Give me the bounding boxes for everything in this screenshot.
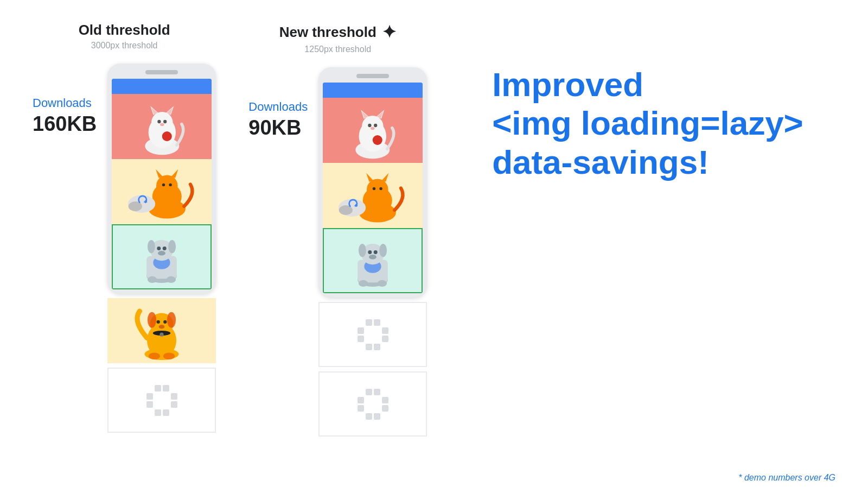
svg-point-38 (167, 312, 176, 328)
hero-line1: Improved (492, 66, 643, 103)
old-cat-yellow-svg (117, 162, 207, 221)
new-threshold-title: New threshold ✦ (279, 22, 397, 42)
hero-line3: data-savings! (492, 143, 709, 181)
svg-point-65 (380, 187, 382, 190)
hero-line2: <img loading=lazy> (492, 104, 803, 142)
old-threshold-header: Old threshold 3000px threshold (79, 22, 170, 50)
old-phone-column (107, 64, 216, 433)
svg-point-28 (168, 240, 176, 253)
old-phone (107, 64, 216, 294)
old-threshold-subtitle: 3000px threshold (79, 41, 170, 50)
old-downloads-label: Downloads 160KB (33, 64, 97, 136)
new-phone-column (318, 67, 427, 437)
new-loading-spinner-2 (358, 389, 388, 420)
new-below-phone (318, 302, 427, 437)
svg-point-76 (374, 250, 378, 254)
new-threshold-subtitle: 1250px threshold (279, 45, 397, 54)
svg-point-53 (368, 124, 372, 127)
old-cat-red-svg (117, 97, 207, 156)
new-threshold-section: New threshold ✦ 1250px threshold Downloa… (248, 22, 427, 437)
new-dog-teal-svg (329, 232, 417, 289)
svg-point-15 (156, 175, 177, 197)
hero-panel: Improved <img loading=lazy> data-savings… (470, 22, 835, 181)
svg-point-8 (163, 120, 167, 123)
svg-point-54 (374, 124, 377, 127)
old-phone-notch (145, 70, 178, 74)
new-cat-red-slot (323, 98, 423, 163)
new-loading-spinner-1 (358, 319, 388, 350)
svg-point-45 (163, 353, 175, 360)
new-cat-yellow-svg (328, 166, 418, 225)
svg-point-74 (379, 244, 387, 257)
new-phone-container: Downloads 90KB (248, 67, 427, 437)
old-cat-yellow-slot (112, 159, 212, 224)
new-phone (318, 67, 427, 298)
new-phone-notch (356, 74, 389, 78)
old-downloads-text: Downloads (33, 96, 92, 110)
old-dog-yellow-slot (107, 298, 216, 363)
svg-point-33 (167, 276, 176, 283)
svg-point-31 (158, 251, 165, 256)
svg-point-32 (148, 276, 157, 283)
old-threshold-label: Old threshold (79, 22, 170, 39)
svg-point-61 (367, 179, 388, 200)
svg-marker-16 (156, 169, 163, 178)
svg-point-43 (160, 333, 164, 337)
svg-point-2 (151, 112, 173, 134)
svg-point-64 (373, 187, 375, 190)
svg-point-48 (362, 116, 384, 137)
old-dog-yellow-svg (113, 301, 210, 360)
new-downloads-size: 90KB (248, 116, 301, 140)
svg-marker-17 (170, 169, 178, 178)
old-phone-screen (112, 79, 212, 289)
old-phone-container: Downloads 160KB (33, 64, 216, 433)
old-below-phone (107, 298, 216, 433)
svg-point-7 (157, 120, 161, 123)
new-cat-red-svg (328, 101, 418, 160)
svg-point-73 (359, 244, 366, 257)
svg-point-18 (162, 184, 164, 186)
old-dog-teal-slot (112, 224, 212, 289)
sparkle-icon: ✦ (382, 22, 397, 42)
svg-point-19 (169, 184, 171, 186)
new-downloads-text: Downloads (248, 100, 308, 114)
svg-point-11 (150, 147, 159, 153)
new-phone-top-bar (323, 83, 423, 98)
demo-note: * demo numbers over 4G (738, 473, 835, 483)
svg-point-40 (163, 320, 167, 324)
old-downloads-size: 160KB (33, 112, 97, 136)
svg-point-10 (162, 131, 171, 141)
new-loading-slot-1 (318, 302, 427, 367)
svg-point-56 (373, 135, 382, 145)
old-threshold-title: Old threshold (79, 22, 170, 39)
svg-point-12 (164, 147, 174, 153)
new-threshold-header: New threshold ✦ 1250px threshold (279, 22, 397, 54)
svg-point-30 (163, 247, 167, 250)
svg-point-39 (157, 320, 160, 324)
svg-point-27 (148, 240, 155, 253)
svg-point-29 (157, 247, 161, 250)
svg-point-58 (375, 151, 385, 157)
svg-point-44 (149, 353, 161, 360)
svg-marker-62 (366, 173, 374, 182)
svg-marker-63 (381, 173, 389, 182)
old-phone-top-bar (112, 79, 212, 94)
hero-text: Improved <img loading=lazy> data-savings… (492, 65, 835, 181)
svg-point-77 (369, 255, 376, 260)
svg-point-57 (361, 151, 371, 157)
new-threshold-label: New threshold (279, 24, 376, 41)
old-loading-spinner (146, 385, 177, 416)
old-dog-teal-svg (118, 229, 206, 285)
new-cat-yellow-slot (323, 163, 423, 228)
svg-point-78 (359, 280, 368, 287)
svg-point-79 (378, 280, 387, 287)
svg-point-41 (159, 325, 165, 329)
old-loading-slot (107, 368, 216, 433)
new-downloads-label: Downloads 90KB (248, 67, 308, 140)
page: Old threshold 3000px threshold Downloads… (0, 0, 868, 499)
new-loading-slot-2 (318, 371, 427, 437)
old-threshold-section: Old threshold 3000px threshold Downloads… (33, 22, 216, 433)
svg-point-37 (148, 312, 156, 328)
svg-point-75 (368, 250, 372, 254)
new-dog-teal-slot (323, 228, 423, 293)
